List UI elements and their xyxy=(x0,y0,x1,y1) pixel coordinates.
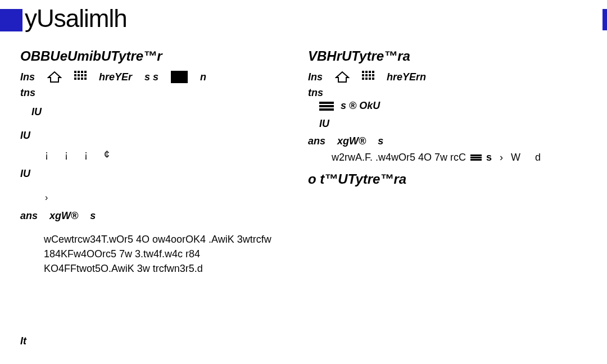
brand-square-left xyxy=(0,9,22,31)
right-body-line: w2rwA.F. .w4wOr5 4O 7w rcC s › W d xyxy=(332,152,578,163)
svg-rect-18 xyxy=(365,74,368,76)
right-ins: Ins xyxy=(308,71,323,83)
left-iu1: IU xyxy=(31,100,290,124)
svg-rect-28 xyxy=(470,154,482,156)
right-column: VBHrUTytre™ra Ins hreYErn tns s ® OkU IU… xyxy=(308,48,578,192)
svg-rect-8 xyxy=(74,78,76,80)
svg-rect-1 xyxy=(78,71,80,73)
right-heading2: o t™UTytre™ra xyxy=(308,171,578,187)
left-row-ins: Ins hreYEr s s n xyxy=(20,69,290,85)
svg-rect-13 xyxy=(362,71,364,73)
svg-rect-14 xyxy=(365,71,368,73)
left-n: n xyxy=(200,71,206,83)
left-ins: Ins xyxy=(20,71,35,83)
right-oku: s ® OkU xyxy=(341,100,380,112)
right-oku-row: s ® OkU xyxy=(319,100,578,112)
svg-rect-3 xyxy=(84,71,87,73)
left-chevron: › xyxy=(45,185,290,210)
svg-rect-24 xyxy=(372,78,374,80)
svg-rect-27 xyxy=(319,108,334,111)
right-body-chevron: › xyxy=(496,152,506,163)
home-icon xyxy=(47,71,62,83)
svg-rect-4 xyxy=(74,74,76,76)
svg-rect-12 xyxy=(171,71,188,83)
svg-rect-25 xyxy=(319,102,334,104)
left-ss: s s xyxy=(144,71,158,83)
svg-rect-6 xyxy=(81,74,83,76)
grid-icon xyxy=(74,71,87,83)
left-hreyer: hreYEr xyxy=(99,71,132,83)
svg-rect-23 xyxy=(369,78,371,80)
left-ans-row: ans xgW® s xyxy=(20,210,290,222)
bars-icon xyxy=(319,102,334,111)
left-heading: OBBUeUmibUTytre™r xyxy=(20,48,290,64)
right-body-s: s xyxy=(486,152,492,163)
left-tns: tns xyxy=(20,85,290,100)
svg-rect-5 xyxy=(78,74,80,76)
left-ans-b: xgW® xyxy=(49,210,78,221)
svg-rect-0 xyxy=(74,71,76,73)
left-codes: ¡ ¡ ¡ ¢ xyxy=(45,147,290,162)
right-ans-c: s xyxy=(378,135,383,147)
right-heading: VBHrUTytre™ra xyxy=(308,48,578,64)
svg-rect-22 xyxy=(365,78,368,80)
home-icon xyxy=(335,71,350,83)
right-iu1: IU xyxy=(319,112,578,135)
svg-rect-29 xyxy=(470,157,482,158)
right-ans-row: ans xgW® s xyxy=(308,135,578,147)
left-ans-c: s xyxy=(90,210,96,221)
right-tns: tns xyxy=(308,85,578,100)
svg-rect-30 xyxy=(470,159,482,161)
svg-rect-16 xyxy=(372,71,374,73)
svg-rect-15 xyxy=(369,71,371,73)
left-column: OBBUeUmibUTytre™r Ins hreYEr s s n tns I… xyxy=(20,48,290,276)
right-ans-b: xgW® xyxy=(337,135,366,147)
logo-text: yUsalimlh xyxy=(25,4,127,33)
right-ans: ans xyxy=(308,135,325,147)
svg-rect-11 xyxy=(84,78,87,80)
left-body: wCewtrcw34T.wOr5 4O ow4oorOK4 .AwiK 3wtr… xyxy=(44,232,290,276)
svg-rect-9 xyxy=(78,78,80,80)
svg-rect-26 xyxy=(319,105,334,107)
left-iu3: IU xyxy=(20,162,290,185)
svg-rect-20 xyxy=(372,74,374,76)
right-row-ins: Ins hreYErn xyxy=(308,69,578,85)
right-body-a: w2rwA.F. .w4wOr5 4O 7w rcC xyxy=(332,152,466,163)
svg-rect-19 xyxy=(369,74,371,76)
right-body-w: W xyxy=(511,152,531,163)
svg-rect-2 xyxy=(81,71,83,73)
svg-rect-21 xyxy=(362,78,364,80)
right-hreyern: hreYErn xyxy=(387,71,426,83)
right-body-d: d xyxy=(535,152,541,163)
left-ans: ans xyxy=(20,210,38,221)
footer-text: It xyxy=(20,335,26,347)
brand-square-right xyxy=(603,9,607,30)
grid-icon xyxy=(362,71,374,83)
black-box-icon xyxy=(171,71,188,83)
svg-rect-10 xyxy=(81,78,83,80)
svg-rect-17 xyxy=(362,74,364,76)
left-iu2: IU xyxy=(20,124,290,147)
svg-rect-7 xyxy=(84,74,87,76)
bars-small-icon xyxy=(470,154,482,161)
